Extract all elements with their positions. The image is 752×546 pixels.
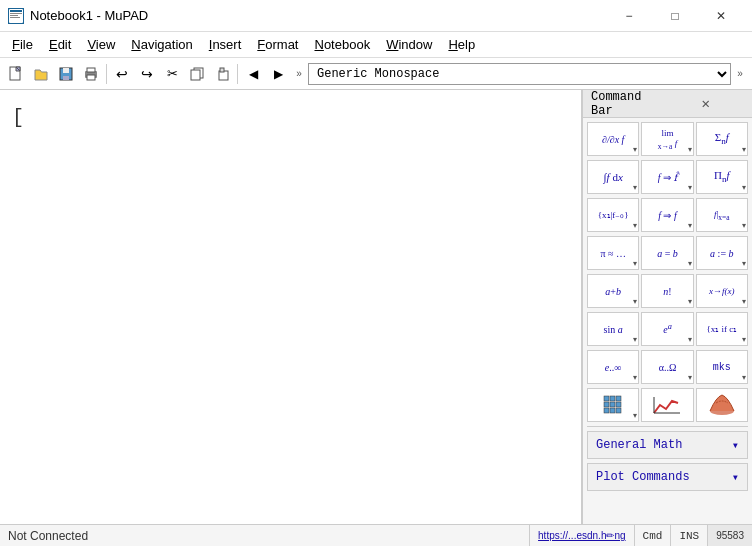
cmd-factorial[interactable]: n! ▾ bbox=[641, 274, 693, 308]
menu-window[interactable]: Window bbox=[378, 34, 440, 55]
font-overflow[interactable]: » bbox=[732, 62, 748, 86]
svg-rect-11 bbox=[87, 68, 95, 72]
back-button[interactable]: ◀ bbox=[241, 62, 265, 86]
svg-rect-20 bbox=[604, 402, 609, 407]
cmd-separator bbox=[587, 426, 748, 427]
menu-format[interactable]: Format bbox=[249, 34, 306, 55]
cmd-row-4: π ≈ … ▾ a = b ▾ a := b ▾ bbox=[587, 236, 748, 270]
toolbar-overflow[interactable]: » bbox=[291, 62, 307, 86]
cmd-implies-hat[interactable]: f ⇒ f̂ ▾ bbox=[641, 160, 693, 194]
cmd-mapping[interactable]: x→f(x) ▾ bbox=[696, 274, 748, 308]
plot-commands-section[interactable]: Plot Commands ▾ bbox=[587, 463, 748, 491]
svg-rect-9 bbox=[63, 76, 69, 80]
status-left: Not Connected bbox=[0, 529, 529, 543]
forward-button[interactable]: ▶ bbox=[266, 62, 290, 86]
toolbar-separator-2 bbox=[237, 64, 238, 84]
cmd-matrix[interactable]: ▾ bbox=[587, 388, 639, 422]
svg-rect-21 bbox=[610, 402, 615, 407]
cmd-equals[interactable]: a = b ▾ bbox=[641, 236, 693, 270]
menu-view[interactable]: View bbox=[79, 34, 123, 55]
plot-commands-label: Plot Commands bbox=[596, 470, 690, 484]
redo-button[interactable]: ↪ bbox=[135, 62, 159, 86]
cmd-plus[interactable]: a+b ▾ bbox=[587, 274, 639, 308]
undo-button[interactable]: ↩ bbox=[110, 62, 134, 86]
general-math-section[interactable]: General Math ▾ bbox=[587, 431, 748, 459]
svg-rect-12 bbox=[87, 75, 95, 80]
svg-rect-3 bbox=[10, 15, 18, 16]
close-button[interactable]: ✕ bbox=[698, 0, 744, 32]
cmd-row-2: ∫f dx ▾ f ⇒ f̂ ▾ Πnf ▾ bbox=[587, 160, 748, 194]
menu-file[interactable]: File bbox=[4, 34, 41, 55]
cmd-mks[interactable]: mks ▾ bbox=[696, 350, 748, 384]
menu-insert[interactable]: Insert bbox=[201, 34, 250, 55]
command-bar-close[interactable]: ✕ bbox=[668, 96, 745, 112]
svg-rect-17 bbox=[604, 396, 609, 401]
command-bar-header: Command Bar ✕ bbox=[583, 90, 752, 118]
status-cmd: Cmd bbox=[634, 525, 671, 546]
minimize-button[interactable]: − bbox=[606, 0, 652, 32]
svg-rect-23 bbox=[604, 408, 609, 413]
cmd-integral[interactable]: ∫f dx ▾ bbox=[587, 160, 639, 194]
connection-status: Not Connected bbox=[8, 529, 88, 543]
svg-rect-8 bbox=[63, 68, 69, 73]
svg-rect-1 bbox=[10, 10, 22, 12]
cmd-assign[interactable]: a := b ▾ bbox=[696, 236, 748, 270]
svg-rect-18 bbox=[610, 396, 615, 401]
plot-commands-arrow: ▾ bbox=[732, 470, 739, 485]
menu-notebook[interactable]: Notebook bbox=[306, 34, 378, 55]
cmd-limit[interactable]: limx→a f ▾ bbox=[641, 122, 693, 156]
menu-navigation[interactable]: Navigation bbox=[123, 34, 200, 55]
cmd-row-7: e..∞ ▾ α..Ω ▾ mks ▾ bbox=[587, 350, 748, 384]
maximize-button[interactable]: □ bbox=[652, 0, 698, 32]
cmd-range[interactable]: e..∞ ▾ bbox=[587, 350, 639, 384]
cmd-alpha-omega[interactable]: α..Ω ▾ bbox=[641, 350, 693, 384]
open-button[interactable] bbox=[29, 62, 53, 86]
editor-pane[interactable]: [ bbox=[0, 90, 582, 524]
cut-button[interactable]: ✂ bbox=[160, 62, 184, 86]
menu-help[interactable]: Help bbox=[440, 34, 483, 55]
cmd-exp[interactable]: ea ▾ bbox=[641, 312, 693, 346]
cmd-plot2d[interactable] bbox=[641, 388, 693, 422]
cmd-deriv[interactable]: ∂/∂x f ▾ bbox=[587, 122, 639, 156]
cmd-approx[interactable]: π ≈ … ▾ bbox=[587, 236, 639, 270]
toolbar-separator-1 bbox=[106, 64, 107, 84]
save-button[interactable] bbox=[54, 62, 78, 86]
svg-rect-24 bbox=[610, 408, 615, 413]
command-bar-title: Command Bar bbox=[591, 90, 668, 118]
cmd-row-8: ▾ bbox=[587, 388, 748, 422]
paste-button[interactable] bbox=[210, 62, 234, 86]
cmd-set[interactable]: {x₁|f₋₀} ▾ bbox=[587, 198, 639, 232]
title-bar: Notebook1 - MuPAD − □ ✕ bbox=[0, 0, 752, 32]
print-button[interactable] bbox=[79, 62, 103, 86]
cmd-row-1: ∂/∂x f ▾ limx→a f ▾ Σnf ▾ bbox=[587, 122, 748, 156]
cmd-sin[interactable]: sin a ▾ bbox=[587, 312, 639, 346]
svg-rect-2 bbox=[10, 13, 22, 14]
status-ins: INS bbox=[670, 525, 707, 546]
font-select[interactable]: Generic Monospace Arial Times New Roman bbox=[308, 63, 731, 85]
menu-bar: File Edit View Navigation Insert Format … bbox=[0, 32, 752, 58]
cmd-row-3: {x₁|f₋₀} ▾ f ⇒ f ▾ f|x=a ▾ bbox=[587, 198, 748, 232]
cmd-subscript-eval[interactable]: f|x=a ▾ bbox=[696, 198, 748, 232]
cmd-implies2[interactable]: f ⇒ f ▾ bbox=[641, 198, 693, 232]
general-math-label: General Math bbox=[596, 438, 682, 452]
cmd-product[interactable]: Πnf ▾ bbox=[696, 160, 748, 194]
cmd-sum[interactable]: Σnf ▾ bbox=[696, 122, 748, 156]
main-area: [ Command Bar ✕ ∂/∂x f ▾ limx→a f ▾ Σnf … bbox=[0, 90, 752, 524]
svg-rect-4 bbox=[10, 17, 20, 18]
status-bar: Not Connected https://...esdn.h✏ng Cmd I… bbox=[0, 524, 752, 546]
new-button[interactable] bbox=[4, 62, 28, 86]
svg-rect-16 bbox=[220, 68, 224, 72]
window-title: Notebook1 - MuPAD bbox=[30, 8, 606, 23]
window-controls: − □ ✕ bbox=[606, 0, 744, 32]
editor-cursor: [ bbox=[12, 106, 24, 129]
status-link[interactable]: https://...esdn.h✏ng bbox=[529, 525, 634, 546]
copy-button[interactable] bbox=[185, 62, 209, 86]
toolbar: ↩ ↪ ✂ ◀ ▶ » Generic Monospace Arial Time… bbox=[0, 58, 752, 90]
svg-rect-25 bbox=[616, 408, 621, 413]
svg-rect-19 bbox=[616, 396, 621, 401]
svg-rect-14 bbox=[191, 70, 200, 80]
menu-edit[interactable]: Edit bbox=[41, 34, 79, 55]
cmd-plot3d[interactable] bbox=[696, 388, 748, 422]
cmd-piecewise[interactable]: {x₁ if c₁ ▾ bbox=[696, 312, 748, 346]
general-math-arrow: ▾ bbox=[732, 438, 739, 453]
